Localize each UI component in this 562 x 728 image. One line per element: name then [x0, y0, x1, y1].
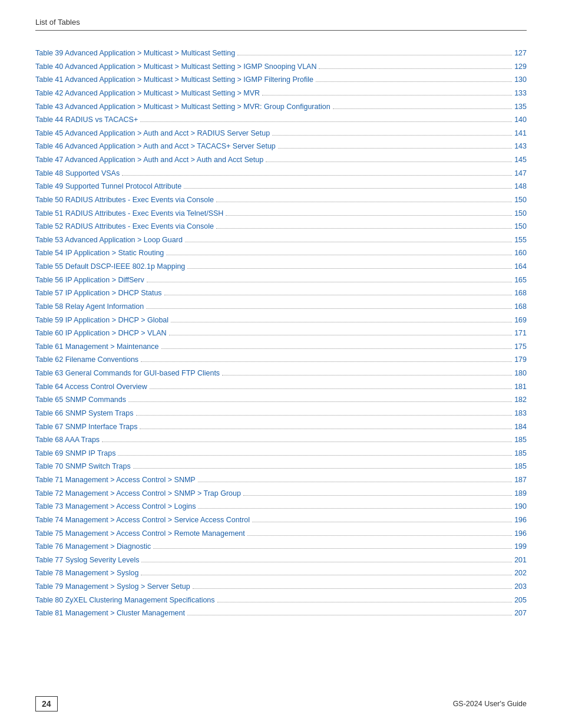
- page-header: List of Tables: [35, 18, 527, 31]
- toc-page-number: 179: [514, 354, 527, 366]
- toc-page-number: 127: [514, 47, 527, 60]
- toc-link[interactable]: Table 63 General Commands for GUI-based …: [35, 367, 220, 380]
- toc-link[interactable]: Table 40 Advanced Application > Multicas…: [35, 61, 316, 73]
- toc-page-number: 155: [514, 234, 527, 246]
- toc-page-number: 171: [514, 327, 527, 340]
- toc-link[interactable]: Table 39 Advanced Application > Multicas…: [35, 47, 235, 60]
- toc-link[interactable]: Table 43 Advanced Application > Multicas…: [35, 101, 330, 113]
- toc-dots: [217, 602, 513, 602]
- toc-link[interactable]: Table 56 IP Application > DiffServ: [35, 274, 144, 286]
- toc-link[interactable]: Table 54 IP Application > Static Routing: [35, 247, 164, 259]
- toc-dots: [118, 455, 512, 456]
- toc-link[interactable]: Table 77 Syslog Severity Levels: [35, 554, 139, 566]
- toc-item: Table 67 SNMP Interface Traps184: [35, 421, 527, 433]
- toc-link[interactable]: Table 71 Management > Access Control > S…: [35, 474, 196, 486]
- page-number: 24: [35, 696, 58, 711]
- toc-link[interactable]: Table 46 Advanced Application > Auth and…: [35, 140, 276, 153]
- toc-dots: [136, 415, 513, 416]
- toc-link[interactable]: Table 76 Management > Diagnostic: [35, 541, 151, 553]
- toc-link[interactable]: Table 53 Advanced Application > Loop Gua…: [35, 234, 183, 246]
- toc-page-number: 183: [514, 407, 527, 420]
- toc-item: Table 43 Advanced Application > Multicas…: [35, 101, 527, 113]
- toc-item: Table 71 Management > Access Control > S…: [35, 474, 527, 486]
- toc-link[interactable]: Table 45 Advanced Application > Auth and…: [35, 127, 270, 140]
- toc-item: Table 80 ZyXEL Clustering Management Spe…: [35, 594, 527, 607]
- toc-link[interactable]: Table 79 Management > Syslog > Server Se…: [35, 581, 190, 593]
- toc-list: Table 39 Advanced Application > Multicas…: [35, 47, 527, 620]
- toc-item: Table 66 SNMP System Traps183: [35, 407, 527, 420]
- toc-link[interactable]: Table 73 Management > Access Control > L…: [35, 500, 196, 513]
- toc-dots: [222, 375, 512, 375]
- toc-page-number: 201: [514, 554, 527, 566]
- toc-link[interactable]: Table 70 SNMP Switch Traps: [35, 460, 131, 473]
- toc-dots: [278, 148, 512, 149]
- toc-dots: [184, 188, 512, 189]
- toc-link[interactable]: Table 60 IP Application > DHCP > VLAN: [35, 327, 167, 340]
- toc-page-number: 199: [514, 541, 527, 553]
- toc-link[interactable]: Table 80 ZyXEL Clustering Management Spe…: [35, 594, 215, 607]
- toc-link[interactable]: Table 58 Relay Agent Information: [35, 301, 144, 313]
- toc-link[interactable]: Table 66 SNMP System Traps: [35, 407, 134, 420]
- toc-link[interactable]: Table 68 AAA Traps: [35, 434, 100, 446]
- toc-item: Table 56 IP Application > DiffServ165: [35, 274, 527, 286]
- toc-dots: [262, 95, 512, 95]
- toc-link[interactable]: Table 57 IP Application > DHCP Status: [35, 287, 162, 299]
- toc-link[interactable]: Table 81 Management > Cluster Management: [35, 607, 185, 620]
- toc-link[interactable]: Table 69 SNMP IP Traps: [35, 447, 115, 460]
- toc-link[interactable]: Table 44 RADIUS vs TACACS+: [35, 114, 138, 126]
- toc-item: Table 40 Advanced Application > Multicas…: [35, 61, 527, 73]
- toc-page-number: 169: [514, 314, 527, 327]
- toc-link[interactable]: Table 47 Advanced Application > Auth and…: [35, 154, 263, 166]
- toc-item: Table 49 Supported Tunnel Protocol Attri…: [35, 180, 527, 193]
- toc-page-number: 148: [514, 180, 527, 193]
- toc-link[interactable]: Table 74 Management > Access Control > S…: [35, 514, 250, 526]
- toc-item: Table 76 Management > Diagnostic199: [35, 541, 527, 553]
- toc-dots: [272, 135, 512, 136]
- toc-link[interactable]: Table 49 Supported Tunnel Protocol Attri…: [35, 180, 181, 193]
- toc-dots: [198, 508, 512, 509]
- toc-link[interactable]: Table 62 Filename Conventions: [35, 354, 138, 366]
- toc-page-number: 150: [514, 220, 527, 233]
- toc-link[interactable]: Table 78 Management > Syslog: [35, 567, 138, 579]
- toc-link[interactable]: Table 51 RADIUS Attributes - Exec Events…: [35, 207, 223, 220]
- toc-item: Table 74 Management > Access Control > S…: [35, 514, 527, 526]
- toc-item: Table 46 Advanced Application > Auth and…: [35, 140, 527, 153]
- toc-item: Table 60 IP Application > DHCP > VLAN171: [35, 327, 527, 340]
- toc-page-number: 150: [514, 194, 527, 206]
- toc-dots: [122, 175, 512, 176]
- toc-dots: [185, 242, 512, 242]
- toc-link[interactable]: Table 72 Management > Access Control > S…: [35, 487, 241, 500]
- toc-link[interactable]: Table 52 RADIUS Attributes - Exec Events…: [35, 220, 214, 233]
- toc-page-number: 207: [514, 607, 527, 620]
- toc-page-number: 133: [514, 87, 527, 100]
- toc-link[interactable]: Table 50 RADIUS Attributes - Exec Events…: [35, 194, 214, 206]
- toc-item: Table 57 IP Application > DHCP Status168: [35, 287, 527, 299]
- toc-page-number: 165: [514, 274, 527, 286]
- toc-dots: [164, 295, 513, 295]
- toc-dots: [169, 335, 513, 335]
- toc-link[interactable]: Table 75 Management > Access Control > R…: [35, 528, 245, 540]
- toc-dots: [153, 548, 512, 549]
- toc-dots: [166, 255, 512, 255]
- toc-dots: [252, 522, 512, 522]
- toc-page-number: 202: [514, 567, 527, 579]
- toc-item: Table 79 Management > Syslog > Server Se…: [35, 581, 527, 593]
- toc-page-number: 130: [514, 74, 527, 86]
- toc-link[interactable]: Table 41 Advanced Application > Multicas…: [35, 74, 313, 86]
- toc-item: Table 51 RADIUS Attributes - Exec Events…: [35, 207, 527, 220]
- toc-dots: [141, 562, 512, 562]
- header-title: List of Tables: [35, 18, 80, 27]
- toc-link[interactable]: Table 64 Access Control Overview: [35, 381, 147, 393]
- toc-item: Table 70 SNMP Switch Traps185: [35, 460, 527, 473]
- toc-link[interactable]: Table 55 Default DSCP-IEEE 802.1p Mappin…: [35, 261, 185, 273]
- toc-link[interactable]: Table 48 Supported VSAs: [35, 167, 120, 180]
- toc-link[interactable]: Table 65 SNMP Commands: [35, 394, 126, 406]
- toc-page-number: 184: [514, 421, 527, 433]
- toc-page-number: 129: [514, 61, 527, 73]
- toc-dots: [140, 121, 512, 122]
- toc-link[interactable]: Table 67 SNMP Interface Traps: [35, 421, 137, 433]
- toc-link[interactable]: Table 59 IP Application > DHCP > Global: [35, 314, 168, 327]
- toc-link[interactable]: Table 42 Advanced Application > Multicas…: [35, 87, 260, 100]
- toc-link[interactable]: Table 61 Management > Maintenance: [35, 341, 159, 353]
- toc-dots: [216, 228, 512, 229]
